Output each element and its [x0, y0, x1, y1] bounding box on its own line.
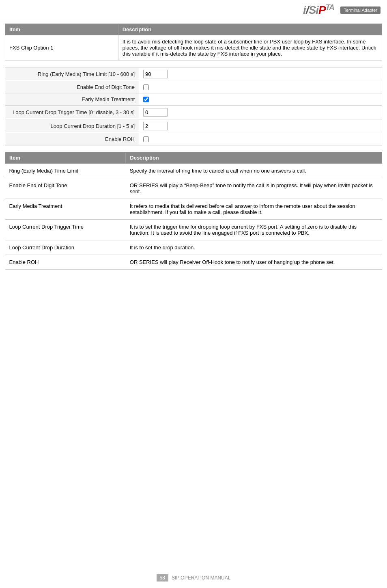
terminal-badge: Terminal Adapter — [340, 6, 381, 14]
desc-description: It is to set the drop duration. — [126, 240, 382, 255]
desc-item: Early Media Treatment — [5, 199, 126, 220]
top-table-item: FXS Chip Option 1 — [5, 35, 118, 61]
settings-row-control[interactable] — [139, 67, 172, 81]
desc-item: Loop Current Drop Trigger Time — [5, 220, 126, 240]
settings-row-control[interactable] — [139, 106, 172, 119]
settings-row-control[interactable] — [139, 134, 153, 145]
settings-row-control[interactable] — [139, 119, 172, 133]
desc-table-col1-header: Item — [5, 152, 126, 164]
logo: i/SiPTA Terminal Adapter — [303, 3, 381, 17]
desc-table-row: Enable End of Digit Tone OR SERIES will … — [5, 178, 382, 199]
top-table-col1-header: Item — [5, 24, 118, 35]
settings-row: Ring (Early Media) Time Limit [10 - 600 … — [5, 67, 382, 81]
footer-label: SIP OPERATION MANUAL — [172, 575, 231, 581]
settings-row-label: Loop Current Drop Trigger Time [0=disabl… — [5, 106, 139, 118]
settings-row-control[interactable] — [139, 82, 153, 93]
main-content: Item Description FXS Chip Option 1 It is… — [0, 20, 387, 273]
desc-table-row: Loop Current Drop Duration It is to set … — [5, 240, 382, 255]
page-header: i/SiPTA Terminal Adapter — [0, 0, 387, 20]
settings-text-input[interactable] — [143, 70, 168, 78]
settings-checkbox[interactable] — [143, 136, 149, 142]
top-table-col2-header: Description — [118, 24, 382, 35]
desc-item: Loop Current Drop Duration — [5, 240, 126, 255]
top-table-desc: It is to avoid mis-detecting the loop st… — [118, 35, 382, 61]
desc-table-col2-header: Description — [126, 152, 382, 164]
desc-item: Enable End of Digit Tone — [5, 178, 126, 199]
desc-description: It is to set the trigger time for droppi… — [126, 220, 382, 240]
desc-description: It refers to media that is delivered bef… — [126, 199, 382, 220]
page-footer: 58 SIP OPERATION MANUAL — [0, 574, 387, 582]
desc-table-row: Loop Current Drop Trigger Time It is to … — [5, 220, 382, 240]
settings-row: Early Media Treatment — [5, 93, 382, 106]
desc-table-row: Enable ROH OR SERIES will play Receiver … — [5, 255, 382, 270]
settings-checkbox[interactable] — [143, 97, 149, 102]
page-number: 58 — [157, 574, 168, 582]
settings-row: Loop Current Drop Trigger Time [0=disabl… — [5, 106, 382, 119]
settings-checkbox[interactable] — [143, 84, 149, 90]
desc-description: OR SERIES will play a “Beep-Beep” tone t… — [126, 178, 382, 199]
settings-row-label: Enable End of Digit Tone — [5, 81, 139, 93]
settings-row-label: Early Media Treatment — [5, 93, 139, 105]
settings-row-label: Ring (Early Media) Time Limit [10 - 600 … — [5, 68, 139, 80]
top-table-row: FXS Chip Option 1 It is to avoid mis-det… — [5, 35, 382, 61]
top-info-table: Item Description FXS Chip Option 1 It is… — [5, 24, 382, 61]
settings-row: Loop Current Drop Duration [1 - 5 s] — [5, 119, 382, 133]
settings-row-label: Loop Current Drop Duration [1 - 5 s] — [5, 120, 139, 132]
desc-table-row: Ring (Early Media) Time Limit Specify th… — [5, 164, 382, 178]
desc-item: Ring (Early Media) Time Limit — [5, 164, 126, 178]
settings-text-input[interactable] — [143, 122, 168, 130]
logo-text: i/SiPTA — [303, 3, 334, 17]
desc-description: OR SERIES will play Receiver Off-Hook to… — [126, 255, 382, 270]
settings-row-label: Enable ROH — [5, 133, 139, 145]
settings-row-control[interactable] — [139, 94, 153, 105]
desc-item: Enable ROH — [5, 255, 126, 270]
settings-row: Enable End of Digit Tone — [5, 81, 382, 93]
desc-table: Item Description Ring (Early Media) Time… — [5, 152, 382, 270]
settings-row: Enable ROH — [5, 133, 382, 145]
desc-table-row: Early Media Treatment It refers to media… — [5, 199, 382, 220]
settings-form: Ring (Early Media) Time Limit [10 - 600 … — [5, 67, 382, 145]
desc-description: Specify the interval of ring time to can… — [126, 164, 382, 178]
settings-text-input[interactable] — [143, 108, 168, 117]
